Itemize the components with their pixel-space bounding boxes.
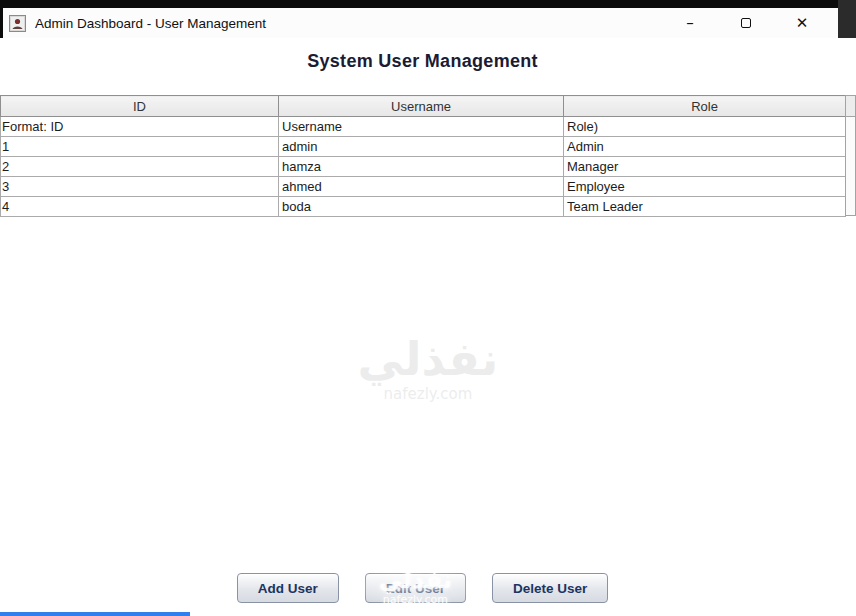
app-icon — [9, 15, 26, 32]
minimize-button[interactable]: – — [677, 10, 703, 36]
screen: Admin Dashboard - User Management – ✕ Sy… — [0, 0, 856, 616]
watermark: نفذلي nafezly.com — [358, 334, 499, 403]
cell-username[interactable]: admin — [279, 137, 564, 157]
scrollbar-corner — [846, 96, 855, 117]
cell-id[interactable]: 1 — [1, 137, 279, 157]
table-header-row: ID Username Role — [1, 96, 846, 117]
close-icon: ✕ — [796, 14, 809, 32]
cell-role[interactable]: Team Leader — [564, 197, 846, 217]
desktop-background-corner — [838, 0, 856, 38]
watermark-domain: nafezly.com — [358, 385, 499, 403]
desktop-background-top — [0, 0, 856, 8]
window-controls: – ✕ — [677, 8, 815, 38]
table-row[interactable]: 4 boda Team Leader — [1, 197, 846, 217]
cell-id[interactable]: 2 — [1, 157, 279, 177]
column-header-id[interactable]: ID — [1, 96, 279, 117]
table-row[interactable]: 3 ahmed Employee — [1, 177, 846, 197]
table-scrollbar[interactable] — [845, 95, 856, 216]
table-row[interactable]: 2 hamza Manager — [1, 157, 846, 177]
maximize-icon — [741, 18, 751, 28]
close-button[interactable]: ✕ — [789, 10, 815, 36]
edit-user-button[interactable]: Edit User — [365, 573, 466, 603]
minimize-icon: – — [686, 14, 694, 32]
add-user-button[interactable]: Add User — [237, 573, 339, 603]
window-content: System User Management ID Username Role … — [0, 38, 856, 616]
table-row[interactable]: 1 admin Admin — [1, 137, 846, 157]
format-cell-id[interactable]: Format: ID — [1, 117, 279, 137]
cell-username[interactable]: boda — [279, 197, 564, 217]
cell-role[interactable]: Manager — [564, 157, 846, 177]
cell-id[interactable]: 3 — [1, 177, 279, 197]
cell-username[interactable]: hamza — [279, 157, 564, 177]
user-table: ID Username Role Format: ID Username Rol… — [0, 95, 845, 217]
table-format-row[interactable]: Format: ID Username Role) — [1, 117, 846, 137]
cell-role[interactable]: Admin — [564, 137, 846, 157]
titlebar: Admin Dashboard - User Management – ✕ — [3, 8, 838, 38]
column-header-role[interactable]: Role — [564, 96, 846, 117]
edit-button-wrap: Edit User نفذلي nafezly.com — [365, 573, 466, 603]
cell-id[interactable]: 4 — [1, 197, 279, 217]
bottom-accent-bar — [0, 612, 190, 616]
format-cell-username[interactable]: Username — [279, 117, 564, 137]
action-button-row: Add User Edit User نفذلي nafezly.com Del… — [0, 573, 845, 603]
watermark-brand: نفذلي — [358, 334, 499, 385]
window-title: Admin Dashboard - User Management — [35, 16, 266, 31]
delete-user-button[interactable]: Delete User — [492, 573, 608, 603]
maximize-button[interactable] — [733, 10, 759, 36]
format-cell-role[interactable]: Role) — [564, 117, 846, 137]
cell-username[interactable]: ahmed — [279, 177, 564, 197]
cell-role[interactable]: Employee — [564, 177, 846, 197]
column-header-username[interactable]: Username — [279, 96, 564, 117]
page-title: System User Management — [0, 51, 845, 72]
